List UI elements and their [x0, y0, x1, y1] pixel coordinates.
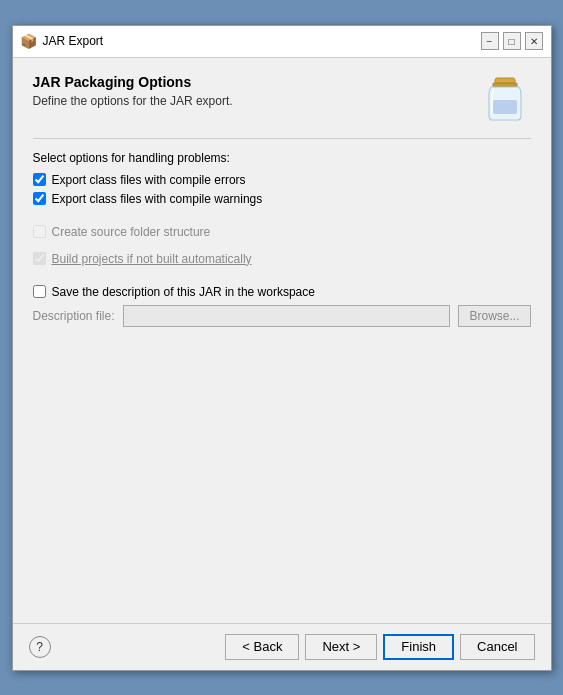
next-button[interactable]: Next >: [305, 634, 377, 660]
dialog-footer: ? < Back Next > Finish Cancel: [13, 623, 551, 670]
checkbox-compile-errors[interactable]: [33, 173, 46, 186]
finish-button[interactable]: Finish: [383, 634, 454, 660]
checkbox-source-folder-row: Create source folder structure: [33, 225, 531, 239]
finish-label: Finish: [401, 639, 436, 654]
checkbox-compile-errors-row: Export class files with compile errors: [33, 173, 531, 187]
checkbox-compile-warnings-row: Export class files with compile warnings: [33, 192, 531, 206]
footer-buttons: < Back Next > Finish Cancel: [225, 634, 534, 660]
checkbox-compile-warnings-label[interactable]: Export class files with compile warnings: [52, 192, 263, 206]
footer-left: ?: [29, 636, 51, 658]
description-file-input[interactable]: [123, 305, 451, 327]
header-divider: [33, 138, 531, 139]
page-subtitle: Define the options for the JAR export.: [33, 94, 469, 108]
title-bar-left: 📦 JAR Export: [21, 33, 104, 49]
browse-button: Browse...: [458, 305, 530, 327]
checkbox-source-folder: [33, 225, 46, 238]
jar-graphic: [479, 74, 531, 126]
jar-icon-small: 📦: [21, 33, 37, 49]
description-file-row: Description file: Browse...: [33, 305, 531, 327]
description-file-label: Description file:: [33, 309, 115, 323]
checkbox-save-description[interactable]: [33, 285, 46, 298]
title-bar: 📦 JAR Export − □ ✕: [13, 26, 551, 58]
page-title: JAR Packaging Options: [33, 74, 469, 90]
back-label: < Back: [242, 639, 282, 654]
header-section: JAR Packaging Options Define the options…: [33, 74, 531, 126]
restore-button[interactable]: □: [503, 32, 521, 50]
cancel-label: Cancel: [477, 639, 517, 654]
header-text: JAR Packaging Options Define the options…: [33, 74, 469, 108]
next-label: Next >: [322, 639, 360, 654]
checkbox-build-projects-label: Build projects if not built automaticall…: [52, 252, 252, 266]
minimize-button[interactable]: −: [481, 32, 499, 50]
section-label: Select options for handling problems:: [33, 151, 531, 165]
svg-rect-2: [493, 100, 517, 114]
cancel-button[interactable]: Cancel: [460, 634, 534, 660]
jar-export-window: 📦 JAR Export − □ ✕ JAR Packaging Options…: [12, 25, 552, 671]
checkbox-compile-errors-label[interactable]: Export class files with compile errors: [52, 173, 246, 187]
bottom-spacer: [33, 327, 531, 607]
close-button[interactable]: ✕: [525, 32, 543, 50]
checkbox-compile-warnings[interactable]: [33, 192, 46, 205]
checkbox-save-description-label[interactable]: Save the description of this JAR in the …: [52, 285, 315, 299]
checkbox-source-folder-label: Create source folder structure: [52, 225, 211, 239]
checkbox-build-projects: [33, 252, 46, 265]
checkbox-build-projects-row: Build projects if not built automaticall…: [33, 252, 531, 266]
dialog-content: JAR Packaging Options Define the options…: [13, 58, 551, 623]
window-title: JAR Export: [43, 34, 104, 48]
back-button[interactable]: < Back: [225, 634, 299, 660]
help-button[interactable]: ?: [29, 636, 51, 658]
checkbox-save-description-row: Save the description of this JAR in the …: [33, 285, 531, 299]
title-bar-controls: − □ ✕: [481, 32, 543, 50]
